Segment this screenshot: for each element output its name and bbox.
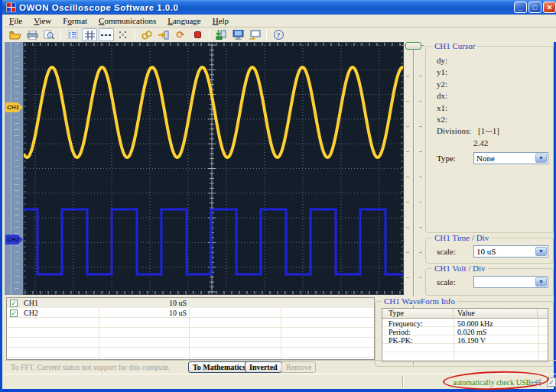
slider-handle-tick bbox=[402, 45, 405, 46]
minimize-button[interactable]: _ bbox=[514, 2, 527, 13]
toolbar: ⟳ ? bbox=[5, 28, 556, 42]
to-mathematics-button[interactable]: To Mathematics bbox=[188, 361, 250, 373]
screen-display-button[interactable] bbox=[230, 28, 245, 41]
ch1-cursor-group: CH1 Cursor dy: y1: y2: dx: x1: x2: Divis… bbox=[425, 46, 554, 233]
app-window: OWON Oscilloscope Software 1.0.0 _ □ ✕ F… bbox=[0, 0, 556, 392]
grid-view-button[interactable] bbox=[82, 28, 97, 41]
monitor-icon bbox=[232, 30, 244, 40]
cursor-field-y1: y1: bbox=[437, 67, 548, 79]
volt-scale-select[interactable]: ▼ bbox=[473, 276, 548, 288]
title-bar: OWON Oscilloscope Software 1.0.0 _ □ ✕ bbox=[2, 0, 556, 15]
grid-icon bbox=[85, 31, 95, 40]
waveform-info-title: CH1 WaveForm Info bbox=[382, 296, 457, 306]
ch1-checkbox[interactable]: ✓ bbox=[10, 300, 18, 307]
time-scale-value: 10 uS bbox=[476, 247, 496, 256]
ch1-voltdiv-title: CH1 Volt / Div bbox=[432, 264, 488, 273]
toolbar-separator bbox=[266, 30, 267, 40]
refresh-button[interactable]: ⟳ bbox=[173, 28, 188, 41]
magnifier-icon bbox=[44, 30, 54, 40]
dash-view-button[interactable] bbox=[99, 28, 114, 41]
dots-icon bbox=[119, 31, 127, 38]
channel-scale: 10 uS bbox=[169, 309, 187, 317]
volt-scale-label: scale: bbox=[437, 277, 473, 287]
inverted-button[interactable]: Inverted bbox=[245, 361, 282, 373]
menu-view[interactable]: View bbox=[34, 16, 51, 25]
column-type: Type bbox=[382, 309, 454, 318]
menu-bar: File View Format Communications Language… bbox=[5, 15, 556, 27]
waveform-info-group: CH1 WaveForm Info Type Value Frequency:5… bbox=[375, 301, 554, 367]
printer-icon bbox=[27, 31, 38, 40]
chevron-down-icon[interactable]: ▼ bbox=[535, 277, 547, 287]
cursor-type-select[interactable]: None ▼ bbox=[473, 152, 548, 164]
cursor-field-y2: y2: bbox=[437, 79, 548, 91]
screen-transfer-button[interactable] bbox=[247, 28, 262, 41]
refresh-icon: ⟳ bbox=[177, 31, 185, 40]
divisions-row: Divisions: [1~-1] bbox=[437, 126, 548, 138]
time-scale-select[interactable]: 10 uS ▼ bbox=[473, 245, 548, 258]
menu-language[interactable]: Language bbox=[167, 16, 200, 25]
cursor-field-x2: x2: bbox=[437, 115, 548, 126]
open-file-button[interactable] bbox=[8, 28, 23, 41]
menu-format[interactable]: Format bbox=[63, 16, 87, 25]
download-data-button[interactable] bbox=[213, 28, 229, 41]
usb-auto-check-checkbox[interactable]: ✓ bbox=[547, 377, 556, 387]
channel-scale: 10 uS bbox=[169, 299, 187, 307]
position-slider-ticks bbox=[15, 44, 19, 294]
menu-communications[interactable]: Communications bbox=[99, 16, 156, 25]
stop-button[interactable] bbox=[190, 28, 205, 41]
info-row-pkpk: PK-PK:16.190 V bbox=[382, 336, 548, 345]
cursor-field-dy: dy: bbox=[437, 56, 548, 67]
usb-check-label: automatically check USB: bbox=[453, 378, 533, 387]
cursor-field-dx: dx: bbox=[437, 91, 548, 102]
remove-button: Remove bbox=[281, 361, 316, 373]
print-preview-button[interactable] bbox=[41, 28, 57, 41]
waveform-info-table: Type Value Frequency:50.000 kHz Period:0… bbox=[382, 308, 548, 362]
channel-row-ch2[interactable]: ✓ CH2 10 uS bbox=[7, 308, 374, 318]
chevron-down-icon[interactable]: ▼ bbox=[535, 247, 547, 256]
slider-handle-tick bbox=[421, 45, 424, 46]
divisions-value: 2.42 bbox=[437, 138, 548, 151]
ch1-timediv-title: CH1 Time / Div bbox=[432, 233, 491, 242]
cursor-type-label: Type: bbox=[437, 154, 473, 163]
open-folder-icon bbox=[9, 31, 21, 40]
download-icon bbox=[216, 30, 226, 40]
position-slider-track bbox=[11, 42, 12, 295]
waveform-table-header: Type Value bbox=[382, 309, 548, 319]
print-button[interactable] bbox=[24, 28, 40, 41]
link-device-button[interactable] bbox=[139, 28, 154, 41]
cursor-type-value: None bbox=[476, 154, 495, 163]
ch2-checkbox[interactable]: ✓ bbox=[10, 309, 18, 317]
menu-file[interactable]: File bbox=[9, 16, 22, 25]
close-button[interactable]: ✕ bbox=[543, 2, 556, 13]
connect-device-button[interactable] bbox=[156, 28, 171, 41]
slider-handle[interactable] bbox=[405, 42, 421, 50]
channel-list[interactable]: ✓ CH1 10 uS ✓ CH2 10 uS bbox=[6, 297, 375, 360]
channel-position-strip: CH1 CH2 bbox=[5, 42, 23, 295]
list-view-button[interactable] bbox=[65, 28, 80, 41]
dashes-icon bbox=[101, 33, 112, 37]
toolbar-separator bbox=[60, 30, 61, 40]
ch1-position-marker[interactable]: CH1 bbox=[5, 102, 23, 112]
toolbar-separator bbox=[135, 30, 135, 40]
channel-row-ch1[interactable]: ✓ CH1 10 uS bbox=[7, 298, 374, 308]
waveform-canvas bbox=[24, 43, 403, 294]
menu-help[interactable]: Help bbox=[213, 16, 229, 25]
cursor-field-x1: x1: bbox=[437, 103, 548, 115]
cursor-type-row: Type: None ▼ bbox=[437, 152, 548, 164]
oscilloscope-display[interactable] bbox=[23, 42, 404, 295]
status-bar: automatically check USB: ✓ bbox=[5, 374, 556, 389]
help-button[interactable]: ? bbox=[271, 28, 286, 41]
math-bar: To FFT. Current status not support for t… bbox=[5, 360, 556, 374]
list-icon bbox=[68, 31, 78, 39]
stop-icon bbox=[194, 31, 201, 38]
info-row-frequency: Frequency:50.000 kHz bbox=[382, 319, 548, 328]
dot-view-button[interactable] bbox=[115, 28, 131, 41]
maximize-button[interactable]: □ bbox=[528, 2, 541, 13]
ch1-cursor-title: CH1 Cursor bbox=[432, 41, 477, 50]
fft-status-message: To FFT. Current status not support for t… bbox=[11, 363, 171, 371]
ch2-position-marker[interactable]: CH2 bbox=[5, 235, 23, 245]
login-arrow-icon bbox=[158, 31, 169, 40]
help-icon: ? bbox=[274, 30, 284, 40]
chevron-down-icon[interactable]: ▼ bbox=[535, 154, 547, 163]
statusbar-divider bbox=[402, 377, 404, 387]
